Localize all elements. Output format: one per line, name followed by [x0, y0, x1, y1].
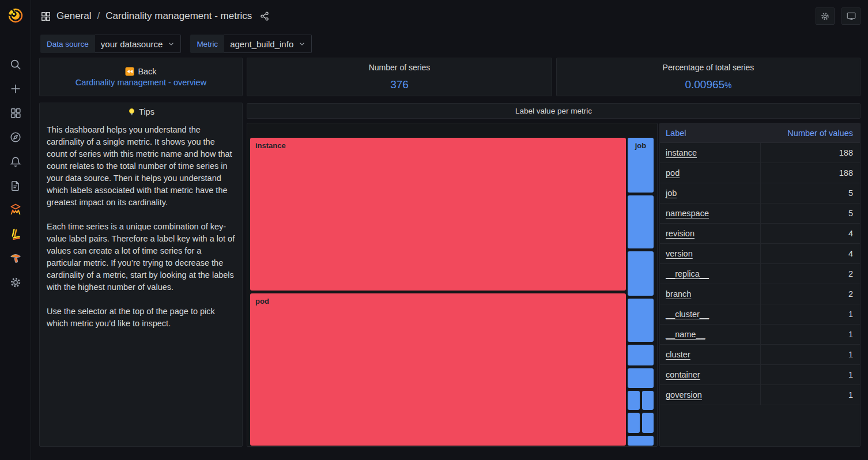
label-link-instance[interactable]: instance: [666, 148, 697, 157]
label-link-goversion[interactable]: goversion: [666, 390, 702, 399]
treemap-block-job[interactable]: job: [628, 138, 654, 193]
datasource-select[interactable]: your datasource: [95, 35, 182, 53]
label-link-job[interactable]: job: [666, 188, 677, 198]
label-link-__replica__[interactable]: __replica__: [666, 269, 709, 278]
label-cell: __cluster__: [660, 304, 761, 324]
sidebar-item-loki[interactable]: [4, 223, 27, 246]
tips-paragraph: Each time series is a unique combination…: [47, 221, 235, 293]
value-cell: 1: [761, 304, 860, 324]
label-cell: pod: [660, 163, 761, 183]
monitor-icon: [846, 11, 856, 21]
treemap-block-label: instance: [255, 141, 286, 150]
label-cell: __replica__: [660, 264, 761, 284]
dashboard-settings-button[interactable]: [816, 7, 835, 25]
label-link-branch[interactable]: branch: [666, 289, 691, 299]
treemap-block-namespace[interactable]: [628, 195, 654, 248]
breadcrumb: General / Cardinality management - metri…: [40, 10, 270, 22]
panel-title: Number of series: [247, 58, 552, 72]
sidebar-item-alerting[interactable]: [4, 150, 27, 173]
kiosk-mode-button[interactable]: [841, 7, 861, 25]
treemap-block-container[interactable]: [642, 413, 654, 433]
percentage-unit: %: [724, 81, 731, 90]
sidebar-item-tempo[interactable]: [4, 247, 27, 270]
label-cell: container: [660, 365, 761, 384]
treemap-block-goversion[interactable]: [628, 436, 654, 446]
table-row: job5: [660, 183, 860, 203]
label-link-container[interactable]: container: [666, 370, 700, 379]
grafana-logo-icon: [7, 7, 24, 24]
column-header-number-of-values[interactable]: Number of values: [761, 123, 860, 142]
sidebar-item-create[interactable]: [4, 77, 27, 100]
treemap-block-branch[interactable]: [628, 368, 654, 388]
sidebar-item-explore[interactable]: [4, 126, 27, 149]
sidebar-item-dashboards[interactable]: [4, 101, 27, 125]
variable-controls: Data source your datasource Metric agent…: [40, 35, 312, 53]
share-dashboard-button[interactable]: [259, 11, 270, 21]
back-panel: Back Cardinality management - overview: [39, 58, 243, 96]
chevron-down-icon: [168, 40, 175, 47]
table-row: __cluster__1: [660, 304, 860, 325]
value-cell: 4: [761, 224, 860, 243]
treemap: instancepodjob: [247, 123, 657, 446]
top-actions: [816, 7, 861, 25]
percentage-panel: Percentage of total series 0.00965%: [556, 58, 861, 96]
label-values-table-panel: Label Number of values instance188pod188…: [659, 123, 861, 447]
number-of-series-panel: Number of series 376: [247, 58, 552, 96]
search-icon: [9, 58, 22, 71]
sidebar-item-search[interactable]: [4, 53, 27, 76]
grafana-dashboard: General / Cardinality management - metri…: [0, 0, 868, 460]
label-link-revision[interactable]: revision: [666, 229, 695, 238]
label-cell: job: [660, 183, 761, 203]
treemap-block-revision[interactable]: [628, 251, 654, 296]
treemap-block-__replica__[interactable]: [628, 345, 654, 365]
treemap-block-version[interactable]: [628, 299, 654, 342]
sidebar-item-docs[interactable]: [4, 174, 27, 197]
value-cell: 4: [761, 244, 860, 263]
label-cell: revision: [660, 224, 761, 243]
label-link-__name__[interactable]: __name__: [666, 330, 705, 339]
table-row: namespace5: [660, 203, 860, 224]
value-cell: 188: [761, 143, 860, 163]
table-row: version4: [660, 244, 860, 264]
chevron-down-icon: [299, 40, 305, 47]
label-link-version[interactable]: version: [666, 249, 693, 258]
datasource-label: Data source: [40, 35, 95, 53]
table-row: goversion1: [660, 385, 860, 405]
tips-panel: Tips This dashboard helps you understand…: [39, 103, 243, 447]
column-header-label[interactable]: Label: [660, 123, 761, 142]
grafana-logo[interactable]: [6, 6, 25, 25]
treemap-block-pod[interactable]: pod: [250, 293, 626, 446]
label-value-per-metric-header[interactable]: Label value per metric: [247, 103, 861, 119]
label-link-__cluster__[interactable]: __cluster__: [666, 310, 709, 319]
table-row: cluster1: [660, 345, 860, 365]
table-header: Label Number of values: [660, 123, 860, 143]
tips-title: Tips: [40, 103, 242, 116]
label-link-cluster[interactable]: cluster: [666, 350, 690, 359]
metric-label: Metric: [190, 35, 224, 53]
label-link-namespace[interactable]: namespace: [666, 209, 709, 218]
treemap-block-instance[interactable]: instance: [250, 138, 626, 291]
treemap-block-__cluster__[interactable]: [628, 391, 640, 410]
breadcrumb-section[interactable]: General: [56, 10, 91, 22]
value-cell: 2: [761, 284, 860, 304]
lightbulb-icon: [127, 108, 136, 116]
panel-title: Percentage of total series: [557, 58, 860, 72]
value-cell: 5: [761, 203, 860, 223]
label-link-pod[interactable]: pod: [666, 168, 680, 178]
treemap-block-__name__[interactable]: [642, 391, 654, 410]
metric-select[interactable]: agent_build_info: [224, 35, 312, 53]
value-cell: 1: [761, 385, 860, 405]
value-cell: 1: [761, 345, 860, 364]
sidebar-item-mimir[interactable]: [4, 198, 27, 221]
value-cell: 188: [761, 163, 860, 183]
treemap-block-cluster[interactable]: [628, 413, 640, 433]
table-row: pod188: [660, 163, 860, 183]
share-icon: [259, 11, 270, 21]
gear-icon: [820, 12, 830, 21]
page-title: Cardinality management - metrics: [105, 10, 252, 22]
top-navigation: General / Cardinality management - metri…: [31, 0, 868, 32]
table-body: instance188pod188job5namespace5revision4…: [660, 143, 860, 405]
back-overview-link[interactable]: Cardinality management - overview: [76, 78, 206, 87]
sidebar-item-settings[interactable]: [4, 271, 27, 294]
mimir-app-icon: [9, 203, 22, 217]
